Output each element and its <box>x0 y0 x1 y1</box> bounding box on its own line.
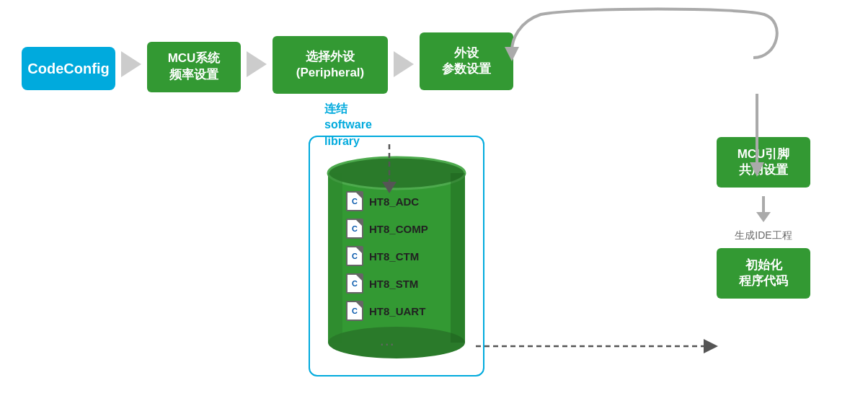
ide-label: 生成IDE工程 <box>735 229 792 242</box>
file-icon-adc: C <box>346 191 363 211</box>
mcu-pin-label: MCU引脚共用设置 <box>738 146 790 178</box>
file-name-uart: HT8_UART <box>369 305 425 317</box>
mcu-pin-box-wrapper: MCU引脚共用设置 <box>717 137 810 188</box>
diagram-container: CodeConfig MCU系统频率设置 选择外设(Peripheral) <box>0 0 868 414</box>
file-item-ctm: C HT8_CTM <box>346 246 428 266</box>
peripheral-label: 选择外设(Peripheral) <box>296 49 364 81</box>
chevron-2-icon <box>247 51 267 77</box>
down-arrow-ide-icon <box>753 195 774 224</box>
arrow-2 <box>247 45 267 77</box>
codeconfg-box: CodeConfig <box>22 47 115 90</box>
file-icon-comp: C <box>346 219 363 239</box>
file-item-comp: C HT8_COMP <box>346 219 428 239</box>
svg-rect-5 <box>451 173 465 343</box>
ext-param-box-wrapper: 外设参数设置 <box>420 32 513 90</box>
top-row: CodeConfig MCU系统频率设置 选择外设(Peripheral) <box>22 29 513 94</box>
mcu-freq-box-wrapper: MCU系统频率设置 <box>147 31 241 92</box>
init-code-box-wrapper: 初始化程序代码 <box>717 248 810 299</box>
svg-rect-4 <box>328 173 342 343</box>
mcu-pin-box: MCU引脚共用设置 <box>717 137 810 188</box>
svg-marker-14 <box>704 339 718 353</box>
file-list: C HT8_ADC C HT8_COMP C HT8_CTM C HT8_STM… <box>346 191 428 350</box>
file-icon-uart: C <box>346 301 363 321</box>
chevron-3-icon <box>394 51 414 77</box>
mcu-freq-label: MCU系统频率设置 <box>168 50 221 82</box>
peripheral-box: 选择外设(Peripheral) <box>273 36 388 94</box>
ext-param-label: 外设参数设置 <box>442 45 491 77</box>
init-code-box: 初始化程序代码 <box>717 248 810 299</box>
file-name-stm: HT8_STM <box>369 278 418 290</box>
ext-param-box: 外设参数设置 <box>420 32 513 90</box>
file-icon-stm: C <box>346 273 363 294</box>
arrow-1 <box>121 45 141 77</box>
file-item-adc: C HT8_ADC <box>346 191 428 211</box>
codeconfg-label: CodeConfig <box>27 61 109 77</box>
file-name-comp: HT8_COMP <box>369 223 428 235</box>
connect-line2: software <box>324 118 372 131</box>
file-item-stm: C HT8_STM <box>346 273 428 294</box>
chevron-1-icon <box>121 51 141 77</box>
peripheral-box-wrapper: 选择外设(Peripheral) <box>273 29 388 94</box>
right-column: MCU引脚共用设置 生成IDE工程 初始化程序代码 <box>717 29 810 299</box>
file-icon-ctm: C <box>346 246 363 266</box>
codeconfg-box-wrapper: CodeConfig <box>22 32 115 90</box>
init-code-label: 初始化程序代码 <box>739 257 788 289</box>
file-item-uart: C HT8_UART <box>346 301 428 321</box>
svg-marker-7 <box>756 212 771 222</box>
ellipsis: … <box>346 331 428 350</box>
file-name-ctm: HT8_CTM <box>369 250 419 263</box>
file-name-adc: HT8_ADC <box>369 195 419 208</box>
ide-section: 生成IDE工程 <box>735 195 792 248</box>
arrow-3 <box>394 45 414 77</box>
connect-line1: 连结 <box>324 102 347 115</box>
database-container: C HT8_ADC C HT8_COMP C HT8_CTM C HT8_STM… <box>317 144 476 368</box>
mcu-freq-box: MCU系统频率设置 <box>147 42 241 92</box>
